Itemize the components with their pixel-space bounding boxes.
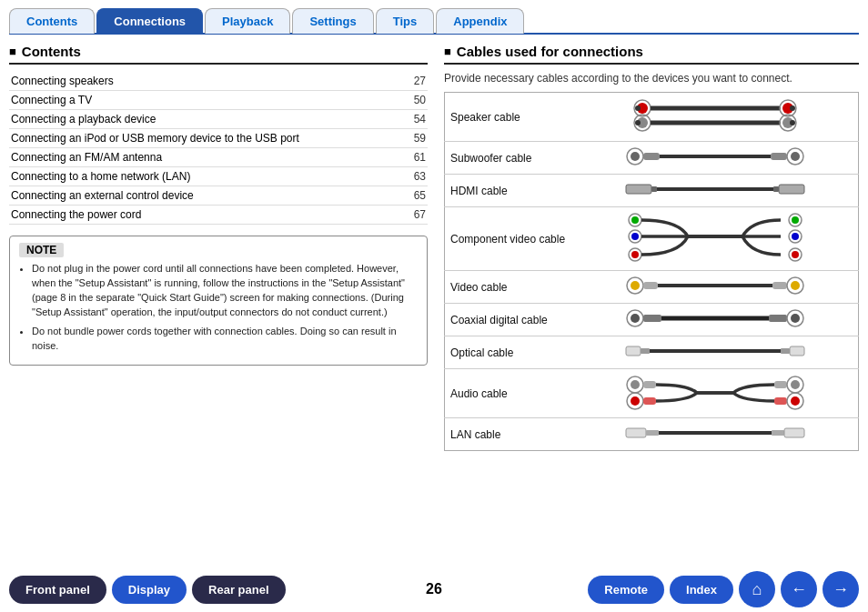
- svg-rect-22: [773, 186, 779, 192]
- svg-point-37: [631, 281, 640, 290]
- toc-page: 59: [396, 129, 428, 148]
- svg-point-8: [635, 105, 641, 111]
- cable-visual: [572, 93, 859, 142]
- toc-label: Connecting an FM/AM antenna: [9, 148, 396, 167]
- cable-visual: [572, 304, 859, 336]
- svg-point-25: [631, 216, 639, 224]
- svg-point-27: [631, 233, 639, 240]
- svg-rect-40: [772, 282, 787, 289]
- toc-page: 61: [396, 148, 428, 167]
- toc-label: Connecting a playback device: [9, 110, 396, 129]
- cable-name: HDMI cable: [445, 175, 572, 207]
- page-number: 26: [426, 581, 442, 597]
- svg-point-58: [631, 396, 640, 406]
- cable-visual: [572, 207, 859, 271]
- cable-visual: [572, 418, 859, 451]
- svg-rect-54: [790, 346, 804, 356]
- cable-row: Subwoofer cable: [445, 142, 859, 175]
- toc-label: Connecting an external control device: [9, 186, 396, 206]
- toc-page: 54: [396, 110, 428, 129]
- svg-point-13: [631, 152, 640, 161]
- svg-rect-60: [643, 397, 656, 405]
- cable-name: Coaxial digital cable: [445, 304, 572, 336]
- bottom-right-buttons: Remote Index ⌂ ← →: [588, 571, 859, 607]
- left-column: Contents Connecting speakers 27 Connecti…: [9, 44, 428, 552]
- tab-playback[interactable]: Playback: [205, 8, 290, 34]
- svg-rect-20: [651, 186, 657, 192]
- bottom-left-buttons: Front panel Display Rear panel: [9, 576, 286, 604]
- svg-point-56: [631, 380, 640, 389]
- tab-appendix[interactable]: Appendix: [436, 8, 524, 34]
- svg-rect-50: [626, 346, 641, 356]
- cable-visual: [572, 336, 859, 369]
- svg-rect-68: [646, 430, 659, 436]
- cable-name: Optical cable: [445, 336, 572, 369]
- svg-rect-61: [774, 381, 787, 388]
- svg-rect-47: [769, 315, 787, 322]
- rear-panel-button[interactable]: Rear panel: [192, 576, 285, 604]
- svg-point-10: [790, 105, 795, 111]
- display-button[interactable]: Display: [112, 576, 187, 604]
- cable-name: Component video cable: [445, 207, 572, 271]
- svg-point-35: [792, 251, 799, 258]
- note-label: NOTE: [19, 243, 64, 257]
- svg-point-11: [790, 120, 795, 125]
- tab-tips[interactable]: Tips: [376, 8, 435, 34]
- cable-visual: [572, 369, 859, 418]
- svg-rect-62: [774, 397, 787, 405]
- svg-rect-45: [643, 315, 661, 322]
- right-column: Cables used for connections Provide nece…: [444, 44, 859, 552]
- svg-point-66: [791, 396, 800, 406]
- svg-point-29: [631, 251, 639, 258]
- svg-rect-67: [626, 428, 646, 437]
- svg-rect-14: [643, 153, 660, 160]
- forward-button[interactable]: →: [823, 571, 859, 607]
- contents-title: Contents: [9, 44, 428, 65]
- tab-settings[interactable]: Settings: [292, 8, 373, 34]
- note-item: Do not plug in the power cord until all …: [32, 262, 418, 320]
- cable-name: Audio cable: [445, 369, 572, 418]
- cables-title: Cables used for connections: [444, 44, 859, 65]
- cable-visual: [572, 142, 859, 175]
- cable-name: Subwoofer cable: [445, 142, 572, 175]
- note-box: NOTE Do not plug in the power cord until…: [9, 236, 428, 366]
- toc-row: Connecting an FM/AM antenna 61: [9, 148, 428, 167]
- index-button[interactable]: Index: [670, 576, 733, 604]
- toc-page: 65: [396, 186, 428, 206]
- tab-contents[interactable]: Contents: [9, 8, 95, 34]
- svg-rect-53: [781, 348, 790, 354]
- home-button[interactable]: ⌂: [739, 571, 775, 607]
- cables-intro: Provide necessary cables according to th…: [444, 72, 859, 85]
- toc-row: Connecting to a home network (LAN) 63: [9, 167, 428, 186]
- cable-name: Video cable: [445, 271, 572, 304]
- toc-page: 27: [396, 72, 428, 91]
- tab-connections[interactable]: Connections: [96, 8, 203, 34]
- cable-visual: [572, 271, 859, 304]
- cable-name: LAN cable: [445, 418, 572, 451]
- back-button[interactable]: ←: [781, 571, 817, 607]
- svg-rect-51: [641, 348, 650, 354]
- cable-row: Coaxial digital cable: [445, 304, 859, 336]
- toc-page: 50: [396, 91, 428, 110]
- toc-label: Connecting to a home network (LAN): [9, 167, 396, 186]
- cable-row: Audio cable: [445, 369, 859, 418]
- toc-label: Connecting a TV: [9, 91, 396, 110]
- cable-row: Component video cable: [445, 207, 859, 271]
- main-content: Contents Connecting speakers 27 Connecti…: [0, 35, 868, 557]
- cable-row: HDMI cable: [445, 175, 859, 207]
- cable-row: Optical cable: [445, 336, 859, 369]
- svg-point-44: [631, 314, 640, 323]
- toc-page: 63: [396, 167, 428, 186]
- svg-rect-16: [771, 153, 787, 160]
- svg-point-33: [792, 233, 799, 240]
- svg-rect-19: [626, 185, 651, 194]
- svg-point-18: [791, 152, 800, 161]
- cable-name: Speaker cable: [445, 93, 572, 142]
- svg-rect-59: [643, 381, 656, 388]
- svg-point-42: [791, 281, 800, 290]
- top-navigation: Contents Connections Playback Settings T…: [0, 0, 868, 33]
- remote-button[interactable]: Remote: [588, 576, 664, 604]
- toc-label: Connecting the power cord: [9, 206, 396, 225]
- svg-point-31: [792, 216, 799, 224]
- front-panel-button[interactable]: Front panel: [9, 576, 106, 604]
